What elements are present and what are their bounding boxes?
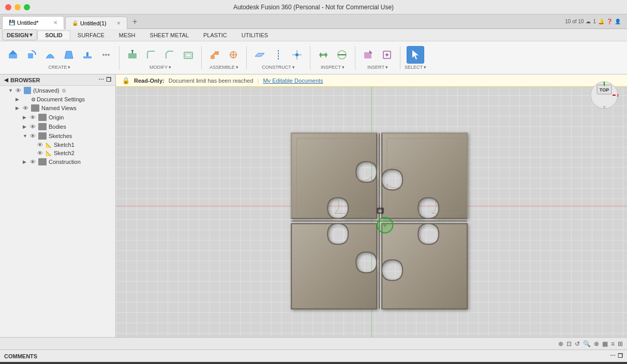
tree-label-bodies: Bodies	[49, 124, 66, 130]
inspect-section-btn[interactable]	[333, 46, 351, 64]
tree-eye-sketch1: 👁	[37, 142, 44, 148]
status-icon-3[interactable]: ↺	[575, 340, 580, 347]
measure-icon	[318, 49, 329, 60]
readonly-message: Document limit has been reached	[169, 78, 253, 84]
modify-label[interactable]: MODIFY ▾	[150, 65, 171, 70]
tab-close-button[interactable]: ×	[53, 19, 57, 26]
create-extrude-btn[interactable]	[4, 46, 22, 64]
tree-eye-sketch2: 👁	[37, 150, 44, 156]
assemble-icon1	[209, 49, 220, 60]
toolbar-tab-plastic[interactable]: PLASTIC	[196, 31, 234, 39]
create-label[interactable]: CREATE ▾	[49, 65, 71, 70]
select-btn[interactable]	[407, 46, 424, 64]
browser-expand-icon[interactable]: ❐	[106, 77, 111, 83]
create-revolve-btn[interactable]	[23, 46, 40, 64]
statusbar: ⊕ ⊡ ↺ 🔍 ⊕ ▦ ≡ ⊞	[0, 337, 627, 350]
design-dropdown[interactable]: DESIGN ▾	[2, 29, 37, 40]
status-icon-1[interactable]: ⊕	[558, 340, 563, 347]
revolve-icon	[26, 49, 37, 60]
create-rib-btn[interactable]	[79, 46, 96, 64]
toolbar-tab-utilities[interactable]: UTILITIES	[234, 31, 275, 39]
comments-bar: COMMENTS ⋯ ❐	[0, 350, 627, 362]
svg-rect-13	[186, 54, 191, 57]
modify-press-pull-btn[interactable]	[124, 46, 141, 64]
browser-options-icon[interactable]: ⋯	[98, 77, 104, 83]
create-loft-btn[interactable]	[60, 46, 78, 64]
svg-marker-3	[65, 51, 73, 58]
svg-text:Y: Y	[603, 105, 606, 109]
assemble-btn2[interactable]	[225, 46, 242, 64]
status-icon-6[interactable]: ▦	[602, 340, 608, 347]
assemble-icons	[206, 46, 242, 64]
insert-btn2[interactable]	[378, 46, 396, 64]
toolbar-tab-surface[interactable]: SURFACE	[70, 31, 112, 39]
tab-untitled[interactable]: 💾 Untitled* ×	[2, 16, 64, 29]
tab1-close-button[interactable]: ×	[116, 19, 121, 27]
tab-untitled1[interactable]: 🔒 Untitled(1) ×	[65, 17, 127, 29]
toolbar-tab-solid[interactable]: SOLID	[37, 31, 70, 39]
maximize-button[interactable]	[24, 4, 30, 10]
assemble-btn1[interactable]	[206, 46, 223, 64]
select-label[interactable]: SELECT ▾	[405, 65, 426, 70]
create-sweep-btn[interactable]	[41, 46, 59, 64]
construct-text: CONSTRUCT	[262, 65, 291, 70]
tree-item-sketch2[interactable]: 👁 📐 Sketch2	[0, 149, 115, 157]
insert-btn1[interactable]	[360, 46, 377, 64]
user-icon[interactable]: 👤	[615, 19, 621, 24]
tree-settings-gear: ⚙	[62, 88, 66, 94]
construct-arrow: ▾	[292, 65, 295, 70]
comments-label: COMMENTS	[4, 353, 37, 359]
create-more-btn[interactable]	[97, 46, 115, 64]
tree-arrow-bodies: ▶	[23, 124, 29, 129]
inspect-label[interactable]: INSPECT ▾	[321, 65, 345, 70]
browser-panel: ◀ BROWSER ⋯ ❐ ▼ 👁 (Unsaved) ⚙ ▶ ⚙ Doc	[0, 74, 116, 337]
viewport[interactable]: 🔒 Read-Only: Document limit has been rea…	[116, 74, 627, 337]
comments-expand[interactable]: ❐	[618, 353, 623, 359]
modify-fillet-btn[interactable]	[142, 46, 160, 64]
help-icon[interactable]: ❓	[606, 19, 613, 24]
toolbar-tab-mesh[interactable]: MESH	[112, 31, 143, 39]
status-icon-8[interactable]: ⊞	[618, 340, 623, 347]
insert-text: INSERT	[367, 65, 384, 70]
modify-shell-btn[interactable]	[180, 46, 197, 64]
editable-docs-link[interactable]: My Editable Documents	[263, 78, 323, 84]
construct-group: CONSTRUCT ▾	[251, 46, 310, 70]
comments-options[interactable]: ⋯	[610, 353, 616, 359]
tree-item-unsaved[interactable]: ▼ 👁 (Unsaved) ⚙	[0, 86, 115, 95]
view-gizmo[interactable]: TOP X Y	[590, 81, 619, 110]
bottom-toolbar: ⏮ ⏪ ⏴ ⏵ ⏩ ⏭ ⊕ ✂ ⊡ ⊠ ↺ ⊙ 📷 ☰ ⚙	[0, 362, 627, 364]
tree-item-bodies[interactable]: ▶ 👁 Bodies	[0, 122, 115, 131]
tree-item-origin[interactable]: ▶ 👁 Origin	[0, 113, 115, 122]
main-area: ◀ BROWSER ⋯ ❐ ▼ 👁 (Unsaved) ⚙ ▶ ⚙ Doc	[0, 74, 627, 337]
tree-item-sketch1[interactable]: 👁 📐 Sketch1	[0, 141, 115, 149]
tab-bar: 💾 Untitled* × 🔒 Untitled(1) × + 10 of 10…	[0, 14, 627, 29]
tab-untitled1-label: Untitled(1)	[80, 20, 107, 26]
close-button[interactable]	[5, 4, 11, 10]
status-icon-2[interactable]: ⊡	[566, 340, 572, 347]
construct-label[interactable]: CONSTRUCT ▾	[262, 65, 295, 70]
toolbar-tab-sheetmetal[interactable]: SHEET METAL	[143, 31, 196, 39]
browser-collapse-arrow[interactable]: ◀	[4, 77, 8, 83]
tree-item-sketches[interactable]: ▼ 👁 Sketches	[0, 131, 115, 141]
construct-axis-btn[interactable]	[270, 46, 287, 64]
puzzle-model: ⊕ +	[281, 123, 477, 321]
status-icon-5[interactable]: ⊕	[594, 340, 599, 347]
insert-label[interactable]: INSERT ▾	[367, 65, 388, 70]
modify-chamfer-btn[interactable]	[161, 46, 178, 64]
minimize-button[interactable]	[14, 4, 21, 10]
tree-item-docsettings[interactable]: ▶ ⚙ Document Settings	[0, 95, 115, 103]
svg-text:X: X	[617, 94, 619, 97]
status-icon-7[interactable]: ≡	[611, 340, 615, 347]
svg-marker-30	[369, 50, 372, 53]
tree-item-namedviews[interactable]: ▶ 👁 Named Views	[0, 103, 115, 113]
window-controls[interactable]	[5, 4, 30, 10]
assemble-label[interactable]: ASSEMBLE ▾	[210, 65, 238, 70]
status-icon-4[interactable]: 🔍	[583, 340, 591, 347]
main-toolbar: DESIGN ▾ SOLID SURFACE MESH SHEET METAL …	[0, 29, 627, 74]
new-tab-button[interactable]: +	[128, 15, 141, 28]
comments-icons: ⋯ ❐	[610, 353, 623, 359]
tree-item-construction[interactable]: ▶ 👁 Construction	[0, 157, 115, 166]
construct-plane-btn[interactable]	[251, 46, 268, 64]
construct-point-btn[interactable]	[288, 46, 306, 64]
inspect-measure-btn[interactable]	[315, 46, 332, 64]
